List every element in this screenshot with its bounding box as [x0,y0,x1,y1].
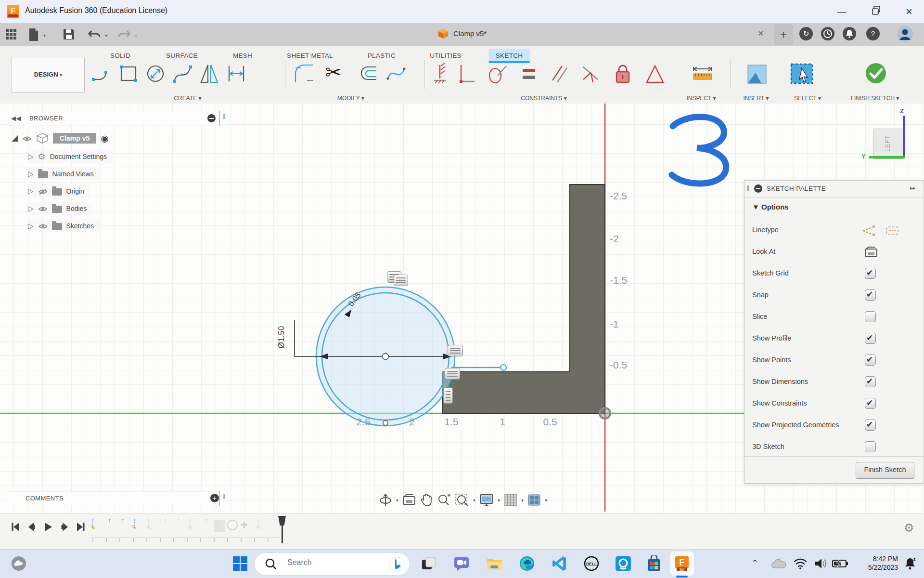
view-cube[interactable]: LEFT Z Y [860,108,923,164]
timeline-feature-mirror-suppressed[interactable] [214,520,225,532]
origin-point[interactable] [600,408,610,419]
circle-tool-icon[interactable] [144,61,167,86]
fix-constraint-icon[interactable] [429,61,451,86]
show-projected-geometries-checkbox[interactable] [865,420,876,431]
eye-icon[interactable] [38,205,48,212]
look-at-icon[interactable] [864,245,878,259]
group-select[interactable]: SELECT ▾ [794,95,821,102]
construction-linetype-icon[interactable] [861,224,875,237]
activate-radio-icon[interactable]: ◉ [101,133,109,144]
browser-item-label[interactable]: Document Settings [50,153,107,160]
timeline-marker-stem[interactable] [282,525,283,543]
new-document-tab-icon[interactable]: + [774,24,793,45]
timeline-feature-sketch-suppressed[interactable] [148,519,149,528]
circle-bottom-point[interactable] [383,420,388,425]
palette-grip-icon[interactable]: ‖ [746,184,750,193]
file-explorer-icon[interactable] [486,555,502,572]
show-points-checkbox[interactable] [865,355,876,366]
expand-triangle-icon[interactable] [12,135,18,142]
offset-tool-icon[interactable] [357,61,379,86]
timeline-feature-sketch-suppressed[interactable] [258,519,259,528]
line-tool-icon[interactable] [90,61,113,86]
tangent-constraint-icon[interactable] [486,61,508,86]
slice-checkbox[interactable] [865,311,876,322]
timeline-feature-sketch-suppressed[interactable] [190,519,191,528]
focus-bell-icon[interactable]: z [903,556,919,573]
show-dimensions-checkbox[interactable] [865,376,876,387]
onedrive-icon[interactable] [770,557,786,574]
options-section-header[interactable]: ▼ Options [752,203,789,211]
view-cube-face-label[interactable]: LEFT [885,135,891,151]
palette-expand-icon[interactable]: ▸▸ [910,185,915,191]
spline-tool-icon[interactable] [171,61,193,86]
rectangle-tool-icon[interactable] [117,61,140,86]
collapsed-caret-icon[interactable]: ▷ [28,152,34,161]
browser-item-label[interactable]: Origin [66,187,84,195]
look-at-icon[interactable] [402,492,416,508]
browser-grip-icon[interactable]: ‖ [222,113,225,120]
equal-constraint-badge[interactable] [448,345,463,356]
redo-dropdown-caret[interactable]: ▾ [135,33,137,38]
weather-icon[interactable] [11,555,27,572]
group-insert[interactable]: INSERT ▾ [744,95,769,102]
edit-curve-icon[interactable] [385,61,407,86]
collapsed-caret-icon[interactable]: ▷ [28,222,34,230]
diameter-dimension-label[interactable]: Ø1.50 [277,326,286,348]
palette-minimize-icon[interactable] [754,184,762,193]
parallel-constraint-icon[interactable] [549,61,571,86]
clock-icon[interactable] [821,27,834,40]
viewports-icon[interactable] [527,492,541,508]
workspace-menu[interactable]: DESIGN ▾ [12,57,85,92]
group-create[interactable]: CREATE ▾ [174,95,201,102]
step-back-icon[interactable] [26,521,38,533]
grid-dropdown-caret[interactable]: ▾ [521,498,524,503]
browser-item-label[interactable]: Bodies [66,205,87,212]
equal-constraint-icon[interactable] [518,61,540,86]
snap-checkbox[interactable] [865,289,876,301]
go-to-end-icon[interactable] [75,521,87,533]
parallel-constraint-badge[interactable] [445,368,460,380]
mirror-tool-icon[interactable] [198,61,220,86]
timeline-feature-sketch[interactable] [134,519,135,528]
tray-clock[interactable]: 8:42 PM 5/22/2023 [852,554,898,572]
fusion360-taskbar-icon[interactable]: F360 [674,555,690,572]
save-icon[interactable] [63,28,77,41]
undo-dropdown-caret[interactable]: ▾ [105,33,107,38]
job-status-icon[interactable]: ↻ [799,27,813,40]
help-icon[interactable]: ? [866,27,880,40]
orbit-icon[interactable] [378,492,393,508]
browser-minimize-icon[interactable] [207,114,216,122]
taskbar-search[interactable] [254,552,410,576]
minimize-icon[interactable]: — [828,0,855,23]
app-grid-icon[interactable] [5,28,19,41]
group-constraints[interactable]: CONSTRAINTS ▾ [521,95,566,102]
browser-item-label[interactable]: Sketches [66,222,94,230]
insert-image-icon[interactable] [745,61,767,86]
group-finish-sketch[interactable]: FINISH SKETCH ▾ [851,95,899,102]
collapsed-caret-icon[interactable]: ▷ [28,170,34,178]
finish-sketch-button[interactable]: Finish Sketch [856,462,914,479]
collapsed-caret-icon[interactable]: ▷ [28,204,34,213]
browser-item-bodies[interactable]: ▷ Bodies [28,202,92,215]
horizontal-vertical-constraint-icon[interactable] [455,61,477,86]
browser-item-origin[interactable]: ▷ Origin [28,184,90,197]
browser-item-label[interactable]: Named Views [52,170,94,178]
trim-tool-icon[interactable]: ✂ [325,61,347,86]
notifications-bell-icon[interactable] [843,27,856,40]
triangle-symmetry-icon[interactable] [644,61,666,86]
browser-item-document-settings[interactable]: ▷ ⚙ Document Settings [28,150,113,163]
alexa-icon[interactable] [615,555,631,572]
comments-grip-icon[interactable]: ‖ [222,493,225,500]
eye-icon[interactable] [22,135,32,142]
coincident-constraint-badge[interactable] [394,275,408,286]
file-dropdown-caret[interactable]: ▾ [43,33,46,38]
clamp-body-section[interactable] [443,184,605,413]
group-modify[interactable]: MODIFY ▾ [337,95,364,102]
collapse-chevrons-icon[interactable]: ◀◀ [11,115,21,122]
fillet-tool-icon[interactable] [292,61,314,86]
browser-item-named-views[interactable]: ▷ Named Views [28,167,100,180]
add-comment-icon[interactable]: + [210,494,219,502]
fix-constraint-badge[interactable] [443,387,453,404]
circle-center-point[interactable] [383,354,389,360]
eye-off-icon[interactable] [38,188,48,195]
